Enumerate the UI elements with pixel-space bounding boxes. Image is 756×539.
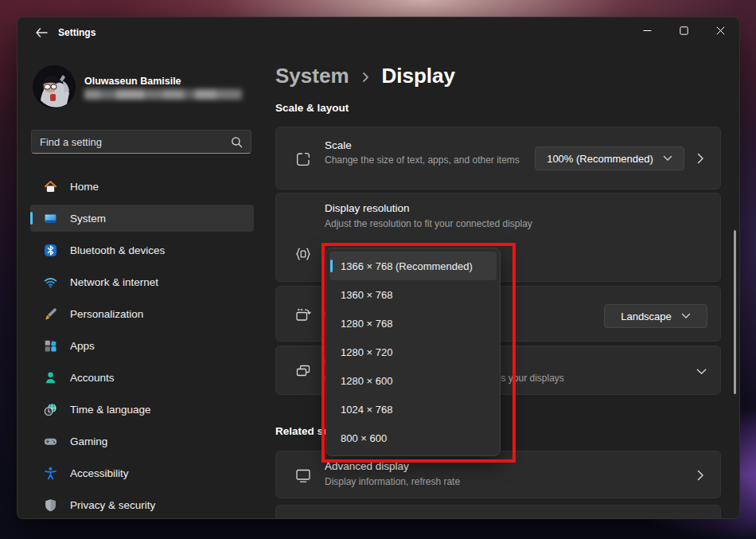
sidebar-item-accessibility[interactable]: Accessibility [30, 459, 254, 486]
scale-row: Scale Change the size of text, apps, and… [275, 127, 721, 189]
vertical-scrollbar[interactable] [734, 230, 736, 394]
sidebar-item-home[interactable]: Home [30, 173, 254, 200]
selected-accent-pill [30, 212, 33, 225]
resolution-dropdown-menu: 1366 × 768 (Recommended) 1360 × 768 1280… [325, 248, 501, 456]
resolution-option-label: 1024 × 768 [341, 404, 392, 416]
search-input[interactable] [40, 136, 231, 148]
resolution-option-label: 1366 × 768 (Recommended) [341, 260, 473, 272]
sidebar-item-network-internet[interactable]: Network & internet [30, 268, 254, 295]
accounts-icon [43, 370, 57, 385]
bluetooth-icon [43, 243, 57, 257]
sidebar-item-apps[interactable]: Apps [30, 332, 254, 359]
multiple-displays-icon [294, 362, 312, 380]
desktop-wallpaper: { "window": { "title": "Settings" }, "pr… [0, 0, 756, 539]
sidebar-item-system[interactable]: System [30, 205, 254, 232]
scale-layout-heading: Scale & layout [275, 102, 349, 114]
gaming-icon [43, 434, 57, 448]
chevron-right-icon[interactable] [694, 469, 707, 482]
sidebar-item-label: Network & internet [70, 276, 158, 288]
sidebar-item-bluetooth-devices[interactable]: Bluetooth & devices [30, 236, 254, 264]
breadcrumb-system[interactable]: System [275, 64, 349, 88]
breadcrumb: System Display [275, 64, 455, 88]
scale-title: Scale [325, 139, 352, 151]
resolution-option[interactable]: 1366 × 768 (Recommended) [329, 252, 497, 280]
profile-name: Oluwaseun Bamisile [84, 76, 181, 87]
resolution-title: Display resolution [325, 202, 410, 214]
network-icon [43, 275, 57, 289]
clipped-bottom-row[interactable] [275, 505, 721, 519]
search-icon [231, 136, 243, 148]
apps-icon [43, 338, 57, 353]
accessibility-icon [43, 466, 57, 480]
sidebar-item-label: Apps [70, 340, 95, 352]
chevron-right-icon[interactable] [694, 152, 707, 165]
scale-select-value: 100% (Recommended) [547, 153, 653, 165]
breadcrumb-chevron-icon [360, 71, 371, 84]
home-icon [43, 179, 57, 193]
orientation-icon [294, 306, 312, 323]
sidebar-item-label: System [70, 213, 106, 225]
sidebar-item-personalization[interactable]: Personalization [30, 300, 254, 327]
selected-accent-bar [330, 260, 333, 272]
scale-select[interactable]: 100% (Recommended) [535, 146, 684, 170]
resolution-option-label: 1280 × 600 [341, 375, 392, 387]
sidebar-item-label: Personalization [70, 308, 143, 320]
resolution-option[interactable]: 1024 × 768 [329, 395, 497, 424]
sidebar-item-label: Time & language [70, 404, 151, 416]
resolution-option-label: 800 × 600 [341, 432, 387, 444]
advanced-display-icon [294, 467, 312, 484]
orientation-select-value: Landscape [621, 311, 672, 322]
resolution-option-label: 1280 × 768 [341, 318, 392, 330]
sidebar: Oluwaseun Bamisile Home System [18, 45, 280, 518]
sidebar-item-label: Gaming [70, 435, 107, 447]
window-title: Settings [58, 27, 95, 38]
sidebar-item-label: Home [70, 181, 99, 193]
resolution-option[interactable]: 1280 × 720 [329, 338, 497, 366]
resolution-option[interactable]: 800 × 600 [329, 424, 497, 452]
sidebar-item-label: Accounts [70, 372, 115, 384]
resolution-option[interactable]: 1360 × 768 [329, 280, 497, 309]
search-input-container [31, 130, 251, 154]
time-language-icon [43, 402, 57, 416]
personalization-icon [43, 307, 57, 321]
resolution-icon [294, 245, 312, 263]
breadcrumb-display: Display [382, 64, 456, 88]
chevron-down-icon[interactable] [696, 365, 708, 378]
profile-email-blurred [84, 89, 242, 100]
sidebar-item-privacy-security[interactable]: Privacy & security [30, 491, 254, 518]
sidebar-item-accounts[interactable]: Accounts [30, 364, 254, 391]
orientation-select[interactable]: Landscape [604, 304, 707, 328]
resolution-option[interactable]: 1280 × 600 [329, 366, 497, 395]
scale-icon [294, 150, 312, 168]
system-icon [43, 211, 57, 225]
advanced-display-title: Advanced display [325, 460, 409, 472]
chevron-down-icon [681, 313, 691, 319]
back-button[interactable] [29, 22, 54, 43]
sidebar-nav: Home System Bluetooth & devices Net [30, 173, 254, 519]
avatar[interactable] [33, 65, 76, 108]
privacy-icon [43, 498, 57, 512]
sidebar-item-gaming[interactable]: Gaming [30, 428, 254, 455]
settings-window: Settings [17, 17, 740, 519]
back-arrow-icon [35, 28, 48, 37]
sidebar-item-label: Bluetooth & devices [70, 244, 165, 256]
advanced-display-description: Display information, refresh rate [325, 476, 563, 488]
scale-description: Change the size of text, apps, and other… [325, 154, 540, 166]
resolution-option-label: 1280 × 720 [341, 346, 392, 358]
resolution-description: Adjust the resolution to fit your connec… [325, 218, 659, 230]
sidebar-item-label: Privacy & security [70, 499, 155, 511]
resolution-option-label: 1360 × 768 [341, 289, 392, 301]
sidebar-item-time-language[interactable]: Time & language [30, 396, 254, 423]
advanced-display-row[interactable]: Advanced display Display information, re… [275, 451, 721, 498]
sidebar-item-label: Accessibility [70, 467, 129, 479]
chevron-down-icon [663, 155, 672, 162]
resolution-option[interactable]: 1280 × 768 [329, 309, 497, 338]
